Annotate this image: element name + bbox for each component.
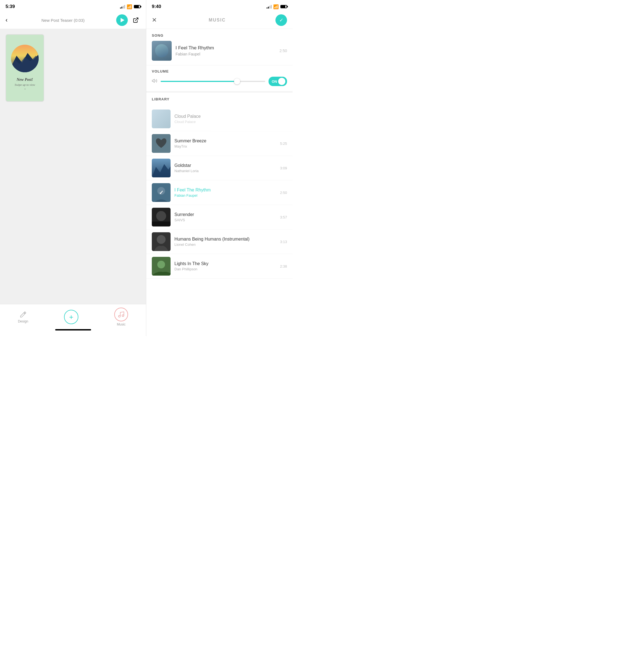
svg-point-13: [156, 211, 166, 221]
lib-duration: 3:13: [280, 240, 287, 244]
music-circle: [114, 307, 128, 321]
list-item[interactable]: Lights In The Sky Dan Phillipson 2:38: [146, 254, 292, 278]
lib-artist: Nathaniel Loria: [175, 169, 276, 173]
design-icon: [19, 311, 27, 318]
song-artist: Fabian Faupel: [176, 52, 276, 56]
list-item[interactable]: Humans Being Humans (Instrumental) Lione…: [146, 230, 292, 254]
design-label: Design: [18, 319, 28, 323]
svg-marker-6: [152, 79, 155, 82]
lib-name: Summer Breeze: [175, 138, 276, 143]
selected-overlay: ✓: [152, 183, 171, 202]
close-button[interactable]: ✕: [152, 16, 159, 25]
preview-area: New Post! Swipe up to view ^: [0, 29, 146, 304]
volume-icon: [152, 78, 157, 85]
lib-artist: MayTrix: [175, 144, 276, 149]
library-section: LIBRARY Cloud Palace Cloud Palace Summer…: [146, 93, 292, 336]
lib-duration: 2:50: [280, 191, 287, 195]
right-status-bar: 9:40 📶: [146, 0, 292, 11]
preview-card: New Post! Swipe up to view ^: [5, 34, 44, 102]
song-duration: 2:50: [280, 49, 287, 53]
volume-section-label: VOLUME: [152, 69, 287, 73]
lib-artist: Fabian Faupel: [175, 193, 276, 197]
song-section-label: SONG: [152, 33, 287, 37]
play-button[interactable]: [116, 15, 128, 26]
current-song-row[interactable]: I Feel The Rhythm Fabian Faupel 2:50: [152, 41, 287, 61]
lib-duration: 5:25: [280, 141, 287, 146]
lib-name: Surrender: [175, 212, 276, 217]
svg-rect-14: [152, 221, 171, 226]
song-thumbnail: [152, 41, 172, 61]
lib-name: Cloud Palace: [175, 114, 283, 119]
lib-artist: Cloud Palace: [175, 120, 283, 124]
list-item[interactable]: Goldstar Nathaniel Loria 3:09: [146, 156, 292, 181]
preview-title: New Post Teaser (0:03): [10, 18, 116, 23]
volume-thumb: [234, 78, 240, 84]
lib-info: Humans Being Humans (Instrumental) Lione…: [175, 237, 276, 247]
lib-info: Lights In The Sky Dan Phillipson: [175, 261, 276, 271]
lib-artist: Dan Phillipson: [175, 267, 276, 271]
lib-info: I Feel The Rhythm Fabian Faupel: [175, 188, 276, 197]
signal-icon: [120, 5, 125, 8]
lib-thumbnail: [152, 257, 171, 276]
lib-artist: SAIVS: [175, 218, 276, 222]
volume-slider[interactable]: [161, 81, 265, 82]
left-status-time: 5:39: [5, 4, 15, 9]
nav-music[interactable]: Music: [114, 307, 128, 326]
svg-point-18: [157, 261, 165, 268]
lib-name: Goldstar: [175, 163, 276, 168]
bottom-nav: Design + Music: [0, 304, 146, 336]
song-thumb-image: [152, 41, 172, 61]
library-header: LIBRARY: [146, 93, 292, 107]
nav-items: Design + Music: [0, 307, 146, 326]
selected-check-icon: ✓: [159, 189, 164, 196]
lib-duration: 3:09: [280, 166, 287, 170]
volume-fill: [161, 81, 239, 82]
volume-row: ON: [152, 77, 287, 86]
nav-design[interactable]: Design: [18, 311, 28, 323]
song-section: SONG I Feel The Rhythm Fabian Faupel 2:5…: [146, 29, 292, 65]
list-item[interactable]: Surrender SAIVS 3:57: [146, 205, 292, 230]
lib-thumbnail: [152, 232, 171, 251]
right-wifi-icon: 📶: [273, 4, 279, 9]
music-panel-title: MUSIC: [159, 18, 276, 23]
right-status-icons: 📶: [267, 4, 287, 9]
right-status-time: 9:40: [152, 4, 161, 9]
lib-thumbnail: ✓: [152, 183, 171, 202]
lib-thumbnail: [152, 208, 171, 226]
volume-toggle[interactable]: ON: [268, 77, 287, 86]
check-icon: ✓: [279, 17, 283, 23]
svg-point-4: [119, 315, 120, 317]
left-status-icons: 📶: [120, 4, 140, 9]
left-status-bar: 5:39 📶: [0, 0, 146, 11]
person-avatar: [155, 44, 168, 57]
left-top-bar: ‹ New Post Teaser (0:03): [0, 11, 146, 29]
back-button[interactable]: ‹: [5, 16, 10, 25]
plus-icon: +: [69, 313, 73, 321]
home-indicator: [55, 329, 91, 330]
lib-thumbnail: [152, 134, 171, 153]
svg-line-0: [135, 18, 138, 21]
share-button[interactable]: [131, 16, 140, 25]
song-info: I Feel The Rhythm Fabian Faupel: [176, 45, 276, 56]
lib-duration: 2:38: [280, 264, 287, 268]
list-item[interactable]: ✓ I Feel The Rhythm Fabian Faupel 2:50: [146, 181, 292, 205]
add-button[interactable]: +: [64, 310, 78, 324]
volume-section: VOLUME ON: [146, 65, 292, 93]
lib-name: Lights In The Sky: [175, 261, 276, 266]
list-item[interactable]: Cloud Palace Cloud Palace: [146, 107, 292, 131]
preview-circle-image: [11, 45, 38, 72]
lib-thumbnail: [152, 109, 171, 128]
lib-info: Goldstar Nathaniel Loria: [175, 163, 276, 173]
wifi-icon: 📶: [127, 4, 132, 9]
library-label: LIBRARY: [152, 97, 287, 101]
lib-name: I Feel The Rhythm: [175, 188, 276, 192]
list-item[interactable]: Summer Breeze MayTrix 5:25: [146, 131, 292, 156]
toggle-label: ON: [272, 79, 277, 84]
song-name: I Feel The Rhythm: [176, 45, 276, 51]
right-panel: 9:40 📶 ✕ MUSIC ✓ SONG: [146, 0, 292, 336]
confirm-button[interactable]: ✓: [276, 15, 287, 26]
lib-thumbnail: [152, 159, 171, 178]
music-header: ✕ MUSIC ✓: [146, 11, 292, 29]
lib-info: Cloud Palace Cloud Palace: [175, 114, 283, 124]
toggle-knob: [278, 78, 285, 85]
